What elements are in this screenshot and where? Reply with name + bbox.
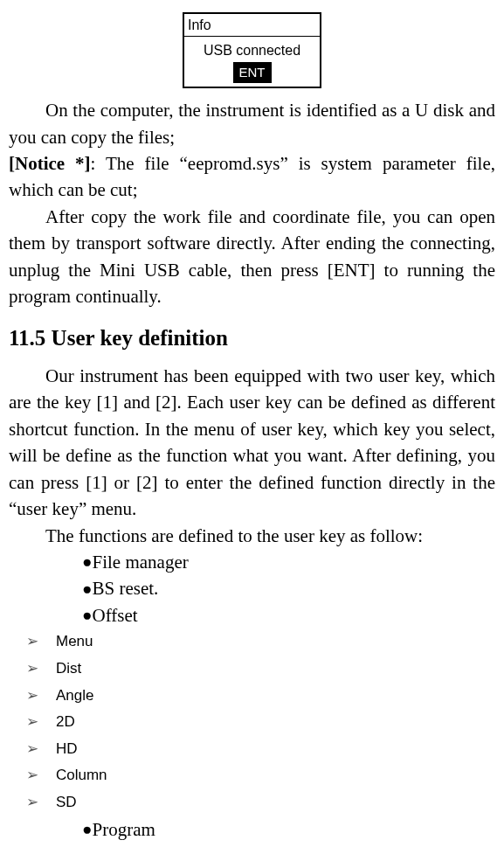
list-item: ➢Column — [9, 762, 495, 789]
bullet-offset: ●Offset — [9, 602, 495, 628]
chevron-right-icon: ➢ — [9, 792, 56, 814]
offset-sublist: ➢Menu ➢Dist ➢Angle ➢2D ➢HD ➢Column ➢SD — [9, 628, 495, 816]
bullet-label: BS reset. — [92, 578, 158, 599]
notice-label: [Notice *] — [9, 153, 91, 174]
list-item: ➢SD — [9, 789, 495, 816]
bullet-bs-reset: ●BS reset. — [9, 575, 495, 601]
chevron-right-icon: ➢ — [9, 712, 56, 733]
paragraph-computer: On the computer, the instrument is ident… — [9, 97, 495, 150]
sublist-label: Menu — [56, 633, 93, 649]
bullet-label: Program — [92, 819, 155, 840]
paragraph-notice: [Notice *]: The file “eepromd.sys” is sy… — [9, 150, 495, 204]
sublist-label: HD — [56, 740, 78, 757]
list-item: ➢2D — [9, 709, 495, 736]
info-dialog: Info USB connected ENT — [183, 12, 321, 88]
list-item: ➢HD — [9, 736, 495, 763]
bullet-label: Offset — [92, 605, 137, 626]
sublist-label: Column — [56, 767, 107, 783]
sublist-label: Dist — [56, 660, 81, 677]
info-dialog-message: USB connected — [184, 37, 320, 62]
sublist-label: SD — [56, 794, 77, 810]
bullet-file-manager: ●File manager — [9, 549, 495, 575]
paragraph-functions-intro: The functions are defined to the user ke… — [9, 523, 495, 549]
chevron-right-icon: ➢ — [9, 658, 56, 680]
sublist-label: Angle — [56, 687, 93, 704]
sublist-label: 2D — [56, 713, 75, 730]
bullet-label: File manager — [92, 552, 188, 573]
paragraph-after-copy: After copy the work file and coordinate … — [9, 204, 495, 310]
list-item: ➢Dist — [9, 656, 495, 683]
info-dialog-title: Info — [184, 14, 320, 37]
ent-button[interactable]: ENT — [233, 62, 272, 83]
chevron-right-icon: ➢ — [9, 765, 56, 787]
chevron-right-icon: ➢ — [9, 739, 56, 760]
bullet-program: ●Program — [9, 816, 495, 843]
section-heading: 11.5 User key definition — [9, 323, 495, 354]
chevron-right-icon: ➢ — [9, 685, 56, 707]
chevron-right-icon: ➢ — [9, 631, 56, 653]
paragraph-instrument: Our instrument has been equipped with tw… — [9, 363, 495, 523]
list-item: ➢Menu — [9, 628, 495, 656]
list-item: ➢Angle — [9, 683, 495, 710]
